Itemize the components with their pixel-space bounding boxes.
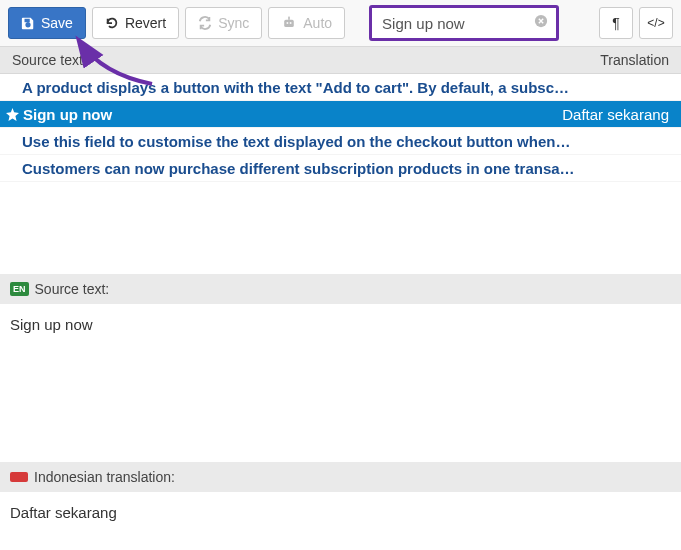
table-row[interactable]: Customers can now purchase different sub… <box>0 155 681 182</box>
search-input[interactable] <box>372 8 556 38</box>
save-icon <box>21 16 35 30</box>
svg-point-1 <box>287 22 289 24</box>
en-badge: EN <box>10 282 29 296</box>
code-icon: </> <box>647 16 664 30</box>
table-row[interactable]: Use this field to customise the text dis… <box>0 128 681 155</box>
sync-button[interactable]: Sync <box>185 7 262 39</box>
row-source: A product displays a button with the tex… <box>22 79 569 96</box>
svg-point-2 <box>290 22 292 24</box>
auto-button[interactable]: Auto <box>268 7 345 39</box>
save-label: Save <box>41 15 73 31</box>
search-field-highlight <box>369 5 559 41</box>
column-header: Source text Translation <box>0 46 681 74</box>
row-source: Use this field to customise the text dis… <box>22 133 570 150</box>
source-pane-label: Source text: <box>35 281 110 297</box>
table-row[interactable]: Sign up now Daftar sekarang <box>0 101 681 128</box>
col-translation-label: Translation <box>600 52 669 68</box>
row-translation: Daftar sekarang <box>562 106 669 123</box>
empty-area <box>0 182 681 274</box>
robot-icon <box>281 16 297 30</box>
table-row[interactable]: A product displays a button with the tex… <box>0 74 681 101</box>
auto-label: Auto <box>303 15 332 31</box>
translation-input[interactable]: Daftar sekarang <box>0 492 681 532</box>
row-source: Customers can now purchase different sub… <box>22 160 575 177</box>
source-text-value: Sign up now <box>0 304 681 462</box>
pilcrow-button[interactable]: ¶ <box>599 7 633 39</box>
pilcrow-icon: ¶ <box>612 15 620 31</box>
code-button[interactable]: </> <box>639 7 673 39</box>
row-source: Sign up now <box>23 106 112 123</box>
strings-list: A product displays a button with the tex… <box>0 74 681 182</box>
source-pane-header: EN Source text: <box>0 274 681 304</box>
translation-pane-label: Indonesian translation: <box>34 469 175 485</box>
save-button[interactable]: Save <box>8 7 86 39</box>
svg-rect-0 <box>284 20 294 27</box>
revert-icon <box>105 16 119 30</box>
svg-rect-3 <box>288 17 290 20</box>
revert-label: Revert <box>125 15 166 31</box>
star-icon <box>6 108 19 121</box>
col-source-label: Source text <box>12 52 83 68</box>
revert-button[interactable]: Revert <box>92 7 179 39</box>
sync-icon <box>198 16 212 30</box>
clear-search-icon[interactable] <box>534 14 548 32</box>
sync-label: Sync <box>218 15 249 31</box>
id-flag-icon <box>10 472 28 482</box>
toolbar: Save Revert Sync Auto ¶ </> <box>0 0 681 46</box>
translation-pane-header: Indonesian translation: <box>0 462 681 492</box>
